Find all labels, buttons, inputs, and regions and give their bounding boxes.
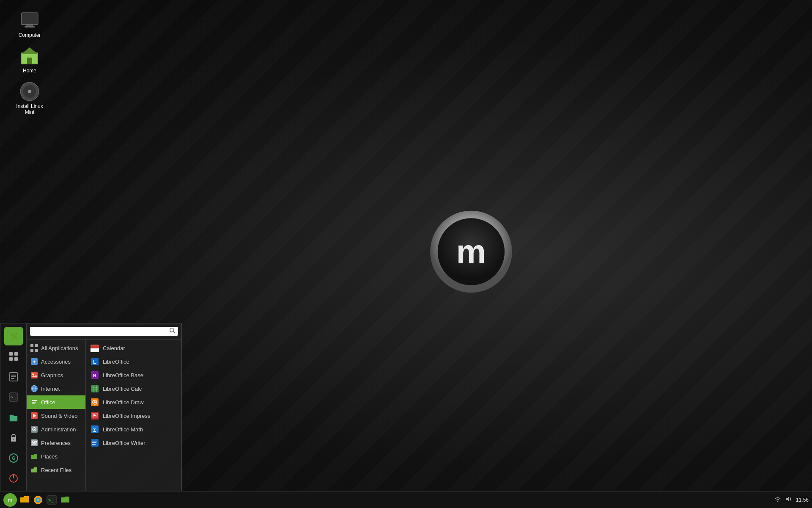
sidebar-lock-btn[interactable] [4, 428, 23, 447]
category-accessories[interactable]: ✦ Accessories [27, 355, 85, 368]
sidebar-mint-btn[interactable]: 🌿 [4, 327, 23, 345]
category-sound-video[interactable]: Sound & Video [27, 409, 85, 422]
category-internet-label: Internet [41, 386, 60, 392]
category-recent[interactable]: Recent Files [27, 463, 85, 477]
search-icon[interactable] [170, 328, 176, 335]
category-internet[interactable]: Internet [27, 382, 85, 395]
category-all[interactable]: All Applications [27, 341, 85, 355]
sidebar-apps-btn[interactable] [4, 347, 23, 366]
svg-rect-85 [92, 441, 97, 442]
svg-point-14 [29, 91, 30, 92]
app-lo-base[interactable]: B LibreOffice Base [86, 368, 181, 382]
svg-rect-47 [32, 400, 37, 401]
sidebar-power-btn[interactable] [4, 469, 23, 488]
desktop-icons-area: Computer Home [13, 8, 47, 117]
svg-text:>_: >_ [48, 497, 54, 503]
accessories-icon: ✦ [30, 357, 38, 366]
sidebar-notes-btn[interactable] [4, 367, 23, 386]
desktop-icon-install[interactable]: Install Linux Mint [13, 80, 47, 117]
category-places[interactable]: Places [27, 450, 85, 463]
lo-calc-app-label: LibreOffice Calc [103, 386, 142, 392]
category-sound-video-label: Sound & Video [41, 413, 78, 419]
svg-rect-10 [27, 58, 32, 64]
svg-rect-5 [26, 25, 33, 26]
lo-writer-app-label: LibreOffice Writer [103, 440, 145, 446]
svg-rect-49 [32, 403, 35, 404]
app-lo-impress[interactable]: LibreOffice Impress [86, 409, 181, 422]
taskbar-files-btn[interactable] [19, 494, 30, 506]
sidebar-grub-btn[interactable]: G [4, 449, 23, 467]
libreoffice-app-label: LibreOffice [103, 359, 129, 365]
lo-impress-app-icon [90, 411, 99, 420]
svg-text:m: m [456, 233, 486, 271]
desktop: m Computer [0, 0, 812, 508]
category-admin-label: Administration [41, 426, 76, 433]
app-libreoffice[interactable]: L LibreOffice [86, 355, 181, 368]
taskbar-folder-btn[interactable] [59, 494, 71, 506]
lo-math-app-label: LibreOffice Math [103, 426, 143, 433]
taskbar-mint-menu[interactable]: m [3, 493, 17, 507]
svg-rect-87 [92, 444, 96, 445]
category-office[interactable]: Office [27, 395, 85, 409]
taskbar-time: 11:56 [796, 497, 809, 503]
app-calendar[interactable]: Calendar [86, 341, 181, 355]
svg-rect-86 [92, 442, 96, 443]
search-input-wrapper[interactable] [30, 327, 178, 336]
desktop-icon-home[interactable]: Home [13, 44, 47, 75]
svg-text:G: G [11, 456, 15, 461]
desktop-icon-computer[interactable]: Computer [13, 8, 47, 40]
menu-main-area: All Applications ✦ Accessories [27, 323, 181, 491]
app-menu: 🌿 [0, 323, 182, 491]
sidebar-files-btn[interactable] [4, 408, 23, 427]
taskbar-terminal-btn[interactable]: >_ [46, 494, 58, 506]
svg-point-28 [13, 439, 14, 440]
install-label: Install Linux Mint [14, 103, 45, 115]
svg-point-61 [33, 443, 34, 445]
category-preferences-label: Preferences [41, 440, 71, 446]
calendar-app-label: Calendar [103, 345, 125, 351]
svg-text:B: B [93, 373, 96, 378]
search-bar [27, 323, 181, 340]
tray-network-icon[interactable] [774, 495, 782, 504]
svg-point-60 [34, 442, 36, 444]
svg-rect-20 [14, 357, 18, 361]
svg-rect-35 [30, 344, 33, 347]
computer-icon [19, 10, 40, 30]
taskbar-left: m >_ [3, 493, 71, 507]
svg-rect-38 [35, 349, 38, 352]
app-lo-draw[interactable]: LibreOffice Draw [86, 395, 181, 409]
app-lo-math[interactable]: ∑ LibreOffice Math [86, 422, 181, 436]
home-label: Home [23, 68, 36, 74]
category-admin[interactable]: Administration [27, 422, 85, 436]
svg-marker-9 [21, 47, 38, 54]
sidebar-terminal-btn[interactable]: >_ [4, 388, 23, 406]
app-lo-writer[interactable]: LibreOffice Writer [86, 436, 181, 450]
category-preferences[interactable]: Preferences [27, 436, 85, 450]
category-graphics-label: Graphics [41, 372, 63, 378]
admin-icon [30, 425, 38, 433]
lo-calc-app-icon [90, 384, 99, 393]
category-all-label: All Applications [41, 345, 78, 351]
search-input[interactable] [33, 328, 170, 334]
computer-label: Computer [19, 32, 41, 38]
category-accessories-label: Accessories [41, 359, 71, 365]
category-graphics[interactable]: Graphics [27, 368, 85, 382]
svg-rect-71 [91, 385, 99, 392]
all-apps-icon [30, 344, 38, 352]
svg-text:L: L [93, 359, 96, 365]
taskbar: m >_ [0, 491, 812, 508]
svg-point-42 [32, 373, 34, 375]
lo-writer-app-icon [90, 438, 99, 447]
sound-video-icon [30, 411, 38, 420]
taskbar-browser-btn[interactable] [32, 494, 44, 506]
tray-sound-icon[interactable] [785, 495, 793, 504]
svg-rect-19 [9, 357, 13, 361]
svg-text:🌿: 🌿 [10, 333, 17, 340]
svg-rect-41 [31, 372, 38, 378]
recent-icon [30, 466, 38, 474]
svg-text:m: m [8, 497, 13, 503]
svg-point-59 [33, 441, 34, 442]
app-lo-calc[interactable]: LibreOffice Calc [86, 382, 181, 395]
office-icon [30, 398, 38, 406]
lo-base-app-label: LibreOffice Base [103, 372, 143, 378]
